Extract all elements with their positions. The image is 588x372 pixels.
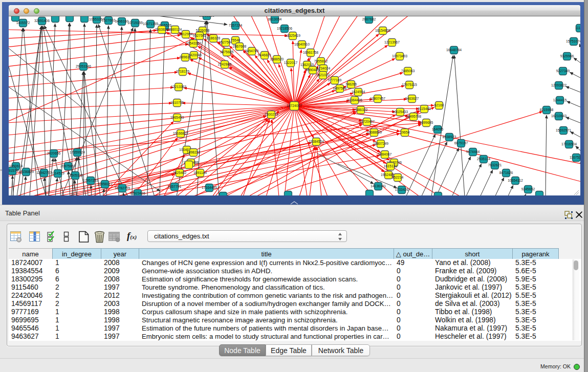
svg-text:10719155: 10719155 xyxy=(127,21,143,25)
svg-text:7485063: 7485063 xyxy=(401,69,415,73)
svg-text:164095: 164095 xyxy=(432,127,444,131)
svg-text:19218506: 19218506 xyxy=(277,27,292,30)
svg-text:8912954: 8912954 xyxy=(179,32,193,36)
svg-text:18724007: 18724007 xyxy=(287,104,302,107)
svg-text:8660124: 8660124 xyxy=(168,28,182,31)
svg-text:6497568: 6497568 xyxy=(333,86,347,90)
svg-text:7386322: 7386322 xyxy=(354,108,368,112)
svg-text:2087682: 2087682 xyxy=(362,17,376,21)
svg-text:1244415: 1244415 xyxy=(553,98,567,102)
svg-text:3875685: 3875685 xyxy=(220,50,234,54)
svg-text:10654112: 10654112 xyxy=(508,179,523,182)
svg-text:10543382: 10543382 xyxy=(186,41,201,45)
svg-text:12156829: 12156829 xyxy=(18,170,34,173)
svg-text:2935114: 2935114 xyxy=(477,157,490,161)
svg-text:16782759: 16782759 xyxy=(115,186,130,190)
svg-text:7663822: 7663822 xyxy=(155,28,169,31)
svg-text:12213967: 12213967 xyxy=(384,40,400,44)
svg-text:8454749: 8454749 xyxy=(245,49,259,53)
svg-text:9245652: 9245652 xyxy=(521,187,535,191)
svg-text:29053346: 29053346 xyxy=(76,64,91,68)
svg-text:17164485: 17164485 xyxy=(202,186,217,189)
svg-text:16961758: 16961758 xyxy=(303,51,318,54)
svg-text:6679197: 6679197 xyxy=(454,141,468,145)
svg-text:12505135: 12505135 xyxy=(68,173,83,177)
svg-text:1527602: 1527602 xyxy=(102,18,116,22)
svg-text:12213363: 12213363 xyxy=(171,85,186,89)
svg-text:9777169: 9777169 xyxy=(328,78,342,82)
svg-text:2867608: 2867608 xyxy=(233,45,247,48)
svg-text:1733426: 1733426 xyxy=(395,188,409,191)
svg-text:7357224: 7357224 xyxy=(229,24,243,27)
svg-text:8186328: 8186328 xyxy=(207,36,221,40)
svg-text:8938923: 8938923 xyxy=(443,135,456,139)
svg-text:7955812: 7955812 xyxy=(314,59,328,63)
svg-text:10688609: 10688609 xyxy=(366,130,382,134)
svg-text:18807249: 18807249 xyxy=(373,142,388,145)
svg-text:15720407: 15720407 xyxy=(359,120,375,123)
svg-text:9699695: 9699695 xyxy=(420,121,433,124)
svg-text:17359924: 17359924 xyxy=(70,150,85,154)
svg-text:19166827: 19166827 xyxy=(173,132,188,135)
svg-text:9657791: 9657791 xyxy=(168,185,182,188)
svg-text:10807457: 10807457 xyxy=(370,97,385,100)
svg-text:12942757: 12942757 xyxy=(36,171,52,174)
svg-text:8813054: 8813054 xyxy=(268,17,282,21)
svg-text:9329966: 9329966 xyxy=(560,54,574,58)
svg-text:9527502: 9527502 xyxy=(193,34,207,37)
svg-text:19654: 19654 xyxy=(400,130,410,134)
svg-text:19384554: 19384554 xyxy=(309,140,324,143)
svg-text:1498222: 1498222 xyxy=(187,150,201,154)
svg-text:1167531: 1167531 xyxy=(570,156,580,159)
svg-text:20364436: 20364436 xyxy=(347,98,362,102)
svg-text:746266: 746266 xyxy=(345,82,357,86)
svg-text:9227349: 9227349 xyxy=(556,69,570,73)
svg-text:2718176: 2718176 xyxy=(176,70,190,73)
svg-text:10671355: 10671355 xyxy=(143,22,158,26)
svg-text:16640910: 16640910 xyxy=(294,42,310,46)
svg-text:8471626: 8471626 xyxy=(499,171,513,174)
svg-text:252214: 252214 xyxy=(392,176,404,179)
svg-text:1691144: 1691144 xyxy=(193,171,207,174)
svg-text:1615132: 1615132 xyxy=(384,164,398,168)
svg-text:391574: 391574 xyxy=(9,169,18,172)
svg-text:17957253: 17957253 xyxy=(83,179,98,182)
svg-text:7625402: 7625402 xyxy=(173,171,187,174)
svg-text:15751074: 15751074 xyxy=(566,39,580,43)
svg-text:9084067: 9084067 xyxy=(378,152,392,156)
svg-text:14136141: 14136141 xyxy=(371,184,386,188)
svg-text:75546: 75546 xyxy=(231,38,241,42)
svg-text:1621022: 1621022 xyxy=(316,73,330,77)
svg-text:1114519: 1114519 xyxy=(51,171,64,175)
svg-text:8215958: 8215958 xyxy=(540,108,554,112)
svg-text:16210643: 16210643 xyxy=(551,114,567,118)
svg-text:989611: 989611 xyxy=(180,55,191,59)
svg-text:16053809: 16053809 xyxy=(199,16,214,17)
svg-text:20975867: 20975867 xyxy=(60,164,76,168)
svg-text:10973493: 10973493 xyxy=(392,54,407,58)
svg-text:10025433: 10025433 xyxy=(393,110,408,114)
svg-text:15692971: 15692971 xyxy=(556,128,571,132)
svg-text:17975115: 17975115 xyxy=(402,83,417,86)
svg-text:17016504: 17016504 xyxy=(561,142,577,146)
svg-text:1965493: 1965493 xyxy=(170,116,184,119)
svg-text:62160: 62160 xyxy=(434,103,444,107)
svg-text:2020656: 2020656 xyxy=(47,151,61,155)
svg-text:11125: 11125 xyxy=(575,26,580,30)
svg-text:1588520: 1588520 xyxy=(270,57,284,61)
svg-text:6734024: 6734024 xyxy=(317,67,331,70)
svg-text:32691406: 32691406 xyxy=(34,19,50,23)
svg-text:18495798: 18495798 xyxy=(406,115,421,118)
svg-text:10958117: 10958117 xyxy=(97,182,113,186)
svg-text:12923446: 12923446 xyxy=(130,191,145,195)
svg-text:9115460: 9115460 xyxy=(418,107,431,111)
svg-text:2300273: 2300273 xyxy=(265,113,278,116)
svg-text:1624554: 1624554 xyxy=(352,90,365,94)
svg-text:16648784: 16648784 xyxy=(446,48,462,52)
svg-text:9474444: 9474444 xyxy=(466,150,480,154)
svg-text:1405572: 1405572 xyxy=(16,21,30,25)
svg-text:2242848: 2242848 xyxy=(218,62,232,66)
svg-text:13325419: 13325419 xyxy=(285,34,300,37)
svg-text:9463627: 9463627 xyxy=(405,97,419,100)
svg-text:12093822: 12093822 xyxy=(551,83,567,87)
